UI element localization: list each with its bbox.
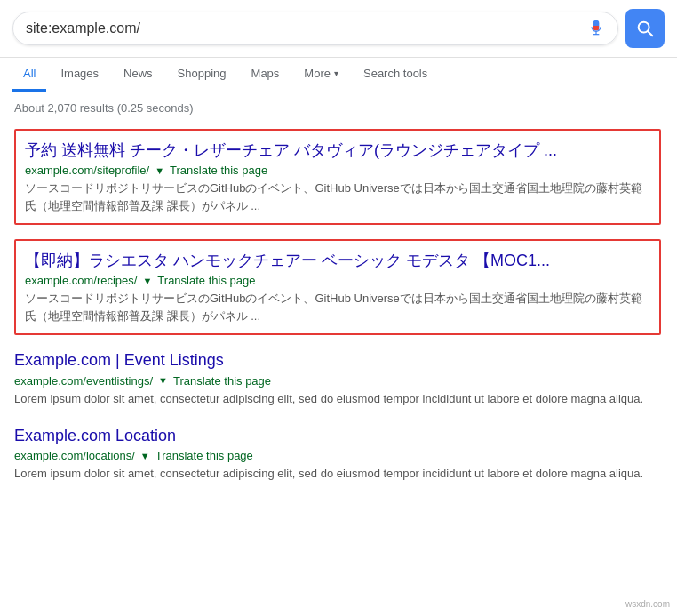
result-dropdown-arrow-1[interactable]: ▼ (155, 165, 164, 176)
search-button[interactable] (625, 9, 665, 48)
search-bar (0, 0, 677, 58)
result-title-4[interactable]: Example.com Location (14, 425, 661, 447)
result-url-4: example.com/locations/ (14, 449, 135, 462)
search-input[interactable] (26, 20, 580, 36)
result-url-row-4: example.com/locations/ ▼ Translate this … (14, 449, 661, 462)
results-count: About 2,070 results (0.25 seconds) (14, 101, 661, 115)
translate-link-1[interactable]: Translate this page (170, 164, 267, 177)
result-title-1[interactable]: 予約 送料無料 チーク・レザーチェア バタヴィア(ラウンジチェアタイプ ... (25, 140, 650, 162)
results-container: About 2,070 results (0.25 seconds) 予約 送料… (0, 92, 675, 509)
search-icon (635, 19, 655, 38)
result-snippet-2: ソースコードリポジトリサービスのGitHubのイベント、GitHub Unive… (25, 290, 650, 324)
result-url-1: example.com/siteprofile/ (25, 164, 149, 177)
result-dropdown-arrow-4[interactable]: ▼ (140, 451, 150, 461)
mic-icon[interactable] (587, 20, 605, 37)
result-item-3: Example.com | Event Listings example.com… (14, 349, 661, 407)
tab-images[interactable]: Images (50, 58, 109, 92)
result-dropdown-arrow-2[interactable]: ▼ (142, 276, 152, 286)
result-snippet-3: Lorem ipsum dolor sit amet, consectetur … (14, 390, 661, 408)
nav-tabs: All Images News Shopping Maps More ▾ Sea… (0, 58, 677, 92)
result-url-row-3: example.com/eventlistings/ ▼ Translate t… (14, 374, 661, 388)
svg-line-3 (648, 31, 652, 36)
result-item-4: Example.com Location example.com/locatio… (14, 425, 661, 483)
result-title-3[interactable]: Example.com | Event Listings (14, 349, 661, 372)
tab-maps[interactable]: Maps (241, 58, 291, 92)
chevron-down-icon: ▾ (334, 68, 338, 78)
tab-more[interactable]: More ▾ (293, 58, 349, 92)
mic-icon-wrapper (587, 20, 605, 37)
tab-search-tools[interactable]: Search tools (353, 58, 438, 92)
tab-news[interactable]: News (113, 58, 163, 92)
result-url-row-2: example.com/recipes/ ▼ Translate this pa… (25, 274, 650, 287)
translate-link-3[interactable]: Translate this page (173, 374, 271, 388)
result-url-row-1: example.com/siteprofile/ ▼ Translate thi… (25, 164, 650, 177)
translate-link-2[interactable]: Translate this page (157, 274, 255, 287)
result-url-2: example.com/recipes/ (25, 274, 137, 287)
search-input-wrapper (12, 12, 618, 45)
tab-all[interactable]: All (12, 58, 46, 92)
result-snippet-1: ソースコードリポジトリサービスのGitHubのイベント、GitHub Unive… (25, 180, 650, 214)
result-title-2[interactable]: 【即納】ラシエスタ ハンモックチェアー ベーシック モデスタ 【MOC1... (25, 250, 650, 272)
result-dropdown-arrow-3[interactable]: ▼ (158, 375, 168, 386)
result-snippet-4: Lorem ipsum dolor sit amet, consectetur … (14, 465, 661, 483)
result-item-2: 【即納】ラシエスタ ハンモックチェアー ベーシック モデスタ 【MOC1... … (14, 239, 661, 335)
tab-shopping[interactable]: Shopping (167, 58, 237, 92)
translate-link-4[interactable]: Translate this page (155, 449, 253, 462)
result-url-3: example.com/eventlistings/ (14, 374, 153, 388)
result-item-1: 予約 送料無料 チーク・レザーチェア バタヴィア(ラウンジチェアタイプ ... … (14, 129, 661, 225)
